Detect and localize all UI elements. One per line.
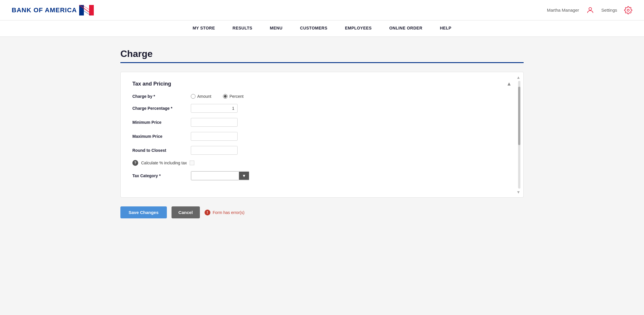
nav-bar: MY STORE RESULTS MENU CUSTOMERS EMPLOYEE… (0, 20, 644, 37)
boa-flag-icon (79, 5, 94, 15)
scrollbar-thumb[interactable] (518, 87, 520, 145)
round-to-closest-row: Round to Closest (132, 146, 512, 155)
charge-by-radio-group: Amount Percent (191, 94, 244, 99)
maximum-price-label: Maximum Price (132, 134, 191, 139)
scroll-down-icon[interactable]: ▼ (516, 190, 520, 194)
save-button[interactable]: Save Changes (120, 206, 167, 218)
tax-category-select-wrapper: ▼ (191, 171, 249, 180)
nav-item-help[interactable]: HELP (440, 20, 451, 36)
user-name: Martha Manager (547, 8, 579, 13)
footer-actions: Save Changes Cancel ! Form has error(s) (120, 206, 524, 218)
settings-icon[interactable] (624, 6, 632, 14)
header-right: Martha Manager Settings (547, 6, 632, 14)
error-icon: ! (205, 210, 210, 215)
header: BANK OF AMERICA Martha Manager Settings (0, 0, 644, 20)
charge-by-label: Charge by * (132, 94, 191, 99)
collapse-arrow-icon[interactable]: ▲ (506, 81, 512, 87)
form-section: Tax and Pricing ▲ Charge by * Amount Per… (120, 72, 524, 198)
radio-percent-label: Percent (229, 94, 243, 99)
calculate-tax-row: ? Calculate % including tax (132, 160, 512, 166)
nav-item-online-order[interactable]: ONLINE ORDER (389, 20, 422, 36)
minimum-price-input[interactable] (191, 118, 238, 127)
svg-point-8 (627, 9, 629, 11)
main-content: Charge Tax and Pricing ▲ Charge by * Amo… (103, 37, 541, 311)
tax-category-dropdown-btn[interactable]: ▼ (239, 172, 249, 180)
nav-item-employees[interactable]: EMPLOYEES (345, 20, 372, 36)
user-icon[interactable] (586, 6, 594, 14)
title-divider (120, 62, 524, 63)
help-icon[interactable]: ? (132, 160, 138, 166)
section-header: Tax and Pricing ▲ (132, 81, 512, 87)
charge-percentage-label: Charge Percentage * (132, 106, 191, 111)
nav-item-results[interactable]: RESULTS (233, 20, 252, 36)
page-title: Charge (120, 48, 524, 59)
section-title: Tax and Pricing (132, 81, 171, 87)
round-to-closest-label: Round to Closest (132, 148, 191, 153)
maximum-price-input[interactable] (191, 132, 238, 141)
radio-percent[interactable]: Percent (223, 94, 243, 99)
scrollbar-track (518, 81, 520, 189)
tax-category-row: Tax Category * ▼ (132, 171, 512, 180)
radio-amount[interactable]: Amount (191, 94, 211, 99)
svg-point-7 (589, 7, 591, 10)
nav-item-menu[interactable]: MENU (270, 20, 283, 36)
tax-category-input[interactable] (191, 171, 239, 180)
calculate-tax-label: Calculate % including tax (141, 161, 187, 165)
maximum-price-row: Maximum Price (132, 132, 512, 141)
radio-amount-input[interactable] (191, 94, 195, 99)
round-to-closest-input[interactable] (191, 146, 238, 155)
radio-amount-label: Amount (197, 94, 211, 99)
logo-text: BANK OF AMERICA (12, 6, 77, 14)
settings-label[interactable]: Settings (601, 8, 617, 13)
calculate-tax-checkbox[interactable] (190, 161, 194, 165)
tax-category-label: Tax Category * (132, 173, 191, 178)
charge-percentage-row: Charge Percentage * (132, 104, 512, 113)
logo-area: BANK OF AMERICA (12, 5, 94, 15)
radio-percent-input[interactable] (223, 94, 228, 99)
nav-item-my-store[interactable]: MY STORE (193, 20, 215, 36)
charge-by-row: Charge by * Amount Percent (132, 94, 512, 99)
error-message-area: ! Form has error(s) (205, 210, 245, 215)
nav-item-customers[interactable]: CUSTOMERS (300, 20, 328, 36)
scroll-up-icon[interactable]: ▲ (516, 75, 520, 80)
minimum-price-row: Minimum Price (132, 118, 512, 127)
charge-percentage-input[interactable] (191, 104, 238, 113)
cancel-button[interactable]: Cancel (172, 206, 200, 218)
error-text: Form has error(s) (213, 210, 245, 215)
minimum-price-label: Minimum Price (132, 120, 191, 125)
